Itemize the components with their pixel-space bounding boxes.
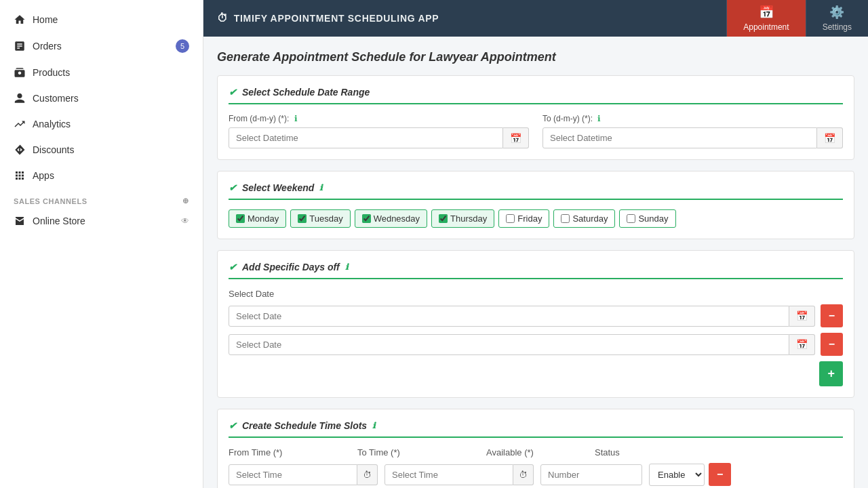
to-date-input[interactable] — [542, 127, 817, 148]
days-off-input-1[interactable] — [229, 306, 789, 327]
topbar: ⏱ TIMIFY APPOINTMENT SCHEDULING APP 📅 Ap… — [203, 0, 868, 37]
sidebar-item-label: Home — [33, 14, 58, 25]
to-date-label: To (d-m-y) (*): ℹ — [542, 114, 843, 123]
to-time-input-1[interactable] — [384, 464, 513, 485]
days-off-remove-btn-2[interactable]: − — [821, 333, 843, 356]
sidebar-item-label: Orders — [33, 41, 62, 52]
appointment-icon: 📅 — [759, 5, 774, 20]
day-saturday[interactable]: Saturday — [553, 209, 615, 228]
orders-badge: 5 — [176, 39, 189, 53]
topbar-nav: 📅 Appointment ⚙️ Settings — [726, 0, 868, 37]
avail-wrap-1 — [540, 464, 642, 485]
clock-icon: ⏱ — [217, 12, 229, 24]
from-date-label: From (d-m-y) (*): ℹ — [229, 114, 529, 123]
from-date-calendar-btn[interactable]: 📅 — [503, 127, 529, 148]
col-from-time: From Time (*) — [229, 447, 351, 458]
status-select-1[interactable]: Enable Disable — [649, 464, 705, 486]
section-weekend-header: ✔ Select Weekend ℹ — [229, 182, 843, 200]
col-status: Status — [595, 447, 843, 458]
products-icon — [14, 66, 26, 79]
date-range-row: From (d-m-y) (*): ℹ 📅 To (d-m-y) (*): ℹ — [229, 114, 843, 148]
days-off-add-btn[interactable]: + — [819, 361, 843, 386]
sidebar-item-analytics[interactable]: Analytics — [0, 111, 203, 137]
sidebar: Home Orders 5 Products Customers Analyti… — [0, 0, 203, 488]
day-monday[interactable]: Monday — [229, 209, 286, 228]
weekend-info-icon: ℹ — [319, 183, 323, 192]
sidebar-item-online-store[interactable]: Online Store 👁 — [0, 208, 203, 234]
days-off-remove-btn-1[interactable]: − — [821, 304, 843, 327]
col-to-time: To Time (*) — [357, 447, 479, 458]
section-date-range-header: ✔ Select Schedule Date Range — [229, 87, 843, 104]
day-friday[interactable]: Friday — [498, 209, 549, 228]
eye-icon[interactable]: 👁 — [181, 216, 189, 226]
time-slot-row-1: ⏱ ⏱ Enable Disable − — [229, 463, 843, 486]
time-slots-column-headers: From Time (*) To Time (*) Available (*) … — [229, 447, 843, 458]
topbar-title: ⏱ TIMIFY APPOINTMENT SCHEDULING APP — [203, 12, 726, 24]
sidebar-item-apps[interactable]: Apps — [0, 163, 203, 188]
timeslots-info-icon: ℹ — [372, 421, 376, 430]
sidebar-item-customers[interactable]: Customers — [0, 85, 203, 111]
from-time-clock-btn-1[interactable]: ⏱ — [357, 464, 378, 485]
days-off-add-row: + — [229, 361, 843, 386]
days-off-row-2: 📅 − — [229, 333, 843, 356]
from-time-wrap-1: ⏱ — [229, 464, 378, 485]
sidebar-item-label: Apps — [33, 170, 54, 181]
check-icon-2: ✔ — [229, 182, 237, 193]
sidebar-item-products[interactable]: Products — [0, 60, 203, 85]
apps-icon — [14, 169, 26, 182]
section-time-slots: ✔ Create Schedule Time Slots ℹ From Time… — [217, 409, 854, 488]
content-area: Generate Appointment Schedule for Lawyea… — [203, 37, 868, 488]
day-wednesday[interactable]: Wednesday — [355, 209, 427, 228]
page-title: Generate Appointment Schedule for Lawyea… — [217, 50, 854, 64]
sidebar-item-label: Customers — [33, 93, 79, 104]
nav-settings[interactable]: ⚙️ Settings — [806, 0, 868, 37]
section-date-range: ✔ Select Schedule Date Range From (d-m-y… — [217, 75, 854, 160]
time-slot-remove-btn-1[interactable]: − — [709, 463, 731, 486]
section-daysoff-header: ✔ Add Specific Days off ℹ — [229, 262, 843, 279]
sidebar-item-label: Products — [33, 67, 70, 78]
section-select-weekend: ✔ Select Weekend ℹ Monday Tuesday Wednes… — [217, 171, 854, 239]
days-off-row-1: 📅 − — [229, 304, 843, 327]
to-time-clock-btn-1[interactable]: ⏱ — [513, 464, 534, 485]
channels-add-icon[interactable]: ⊕ — [182, 197, 189, 205]
main-content: ⏱ TIMIFY APPOINTMENT SCHEDULING APP 📅 Ap… — [203, 0, 868, 488]
settings-icon: ⚙️ — [829, 5, 844, 20]
to-info-icon: ℹ — [597, 114, 601, 123]
sidebar-item-label: Online Store — [33, 216, 85, 226]
from-info-icon: ℹ — [294, 114, 298, 123]
from-date-input[interactable] — [229, 127, 503, 148]
to-date-input-wrap: 📅 — [542, 127, 843, 148]
weekdays-row: Monday Tuesday Wednesday Thursday Friday… — [229, 209, 843, 228]
sidebar-item-label: Analytics — [33, 119, 71, 129]
day-thursday[interactable]: Thursday — [431, 209, 494, 228]
sidebar-item-home[interactable]: Home — [0, 7, 203, 33]
avail-input-1[interactable] — [540, 464, 642, 485]
nav-appointment[interactable]: 📅 Appointment — [726, 0, 805, 37]
days-off-label: Select Date — [229, 289, 843, 299]
to-time-wrap-1: ⏱ — [384, 464, 534, 485]
check-icon: ✔ — [229, 87, 237, 98]
check-icon-3: ✔ — [229, 262, 237, 272]
from-date-input-wrap: 📅 — [229, 127, 529, 148]
check-icon-4: ✔ — [229, 420, 237, 431]
store-icon — [14, 215, 26, 227]
home-icon — [14, 14, 26, 26]
customers-icon — [14, 92, 26, 104]
section-timeslots-header: ✔ Create Schedule Time Slots ℹ — [229, 420, 843, 438]
discounts-icon — [14, 144, 26, 156]
days-off-cal-btn-2[interactable]: 📅 — [789, 334, 815, 355]
daysoff-info-icon: ℹ — [345, 262, 349, 272]
day-tuesday[interactable]: Tuesday — [290, 209, 350, 228]
sidebar-item-label: Discounts — [33, 144, 74, 155]
to-date-calendar-btn[interactable]: 📅 — [817, 127, 843, 148]
day-sunday[interactable]: Sunday — [619, 209, 675, 228]
sidebar-item-discounts[interactable]: Discounts — [0, 137, 203, 163]
from-date-field: From (d-m-y) (*): ℹ 📅 — [229, 114, 529, 148]
section-days-off: ✔ Add Specific Days off ℹ Select Date 📅 … — [217, 250, 854, 398]
days-off-cal-btn-1[interactable]: 📅 — [789, 306, 815, 327]
sidebar-item-orders[interactable]: Orders 5 — [0, 33, 203, 60]
days-off-input-2[interactable] — [229, 334, 789, 355]
from-time-input-1[interactable] — [229, 464, 357, 485]
channels-section-title: SALES CHANNELS ⊕ — [0, 188, 203, 208]
col-available: Available (*) — [486, 447, 588, 458]
